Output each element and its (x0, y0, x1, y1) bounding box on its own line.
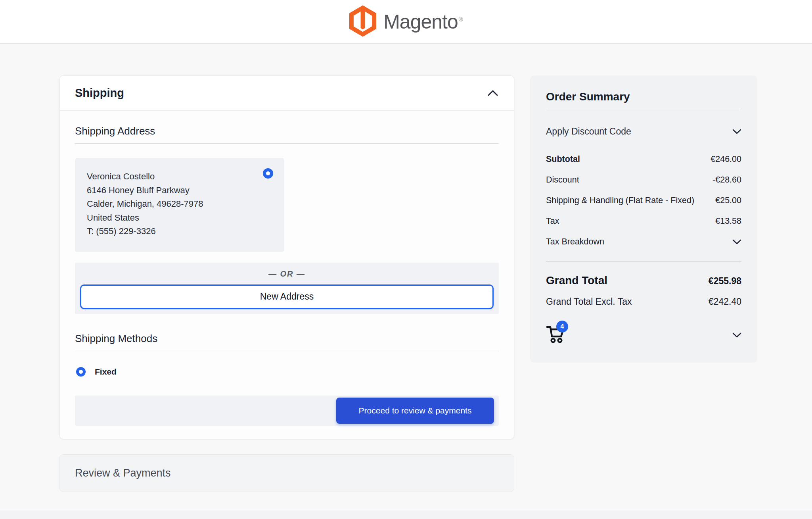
subtotal-label: Subtotal (546, 154, 580, 164)
tax-breakdown-label: Tax Breakdown (546, 237, 604, 247)
discount-label: Discount (546, 175, 579, 185)
logo-wordmark: Magento® (383, 12, 463, 32)
grand-total-excl-row: Grand Total Excl. Tax €242.40 (546, 296, 741, 307)
method-fixed-radio[interactable] (76, 367, 86, 377)
chevron-down-icon[interactable] (732, 129, 741, 134)
chevron-down-icon[interactable] (732, 239, 741, 244)
grand-total-label: Grand Total (546, 274, 607, 287)
order-summary-sidebar: Order Summary Apply Discount Code Subtot… (530, 75, 757, 363)
shipping-handling-label: Shipping & Handling (Flat Rate - Fixed) (546, 196, 694, 206)
page-footer (0, 510, 812, 519)
proceed-to-review-button[interactable]: Proceed to review & payments (336, 398, 494, 424)
shipping-step-card: Shipping Shipping Address Veronica Coste… (59, 75, 514, 439)
shipping-address-tile[interactable]: Veronica Costello 6146 Honey Bluff Parkw… (75, 158, 284, 252)
totals-table: Subtotal €246.00 Discount -€28.60 Shippi… (546, 154, 741, 247)
discount-row: Discount -€28.60 (546, 175, 741, 185)
shipping-step-title: Shipping (75, 86, 124, 100)
summary-divider (546, 261, 741, 261)
new-address-button[interactable]: New Address (80, 284, 494, 309)
order-summary-title: Order Summary (546, 90, 741, 110)
cart-count-badge: 4 (556, 321, 568, 333)
shipping-methods-title: Shipping Methods (75, 333, 499, 351)
checkout-main-column: Shipping Shipping Address Veronica Coste… (59, 75, 514, 492)
or-divider: — OR — (80, 269, 494, 279)
grand-total-excl-label: Grand Total Excl. Tax (546, 296, 632, 307)
address-city-line: Calder, Michigan, 49628-7978 (87, 197, 273, 211)
shipping-method-fixed-row[interactable]: Fixed (75, 367, 499, 377)
apply-discount-toggle[interactable]: Apply Discount Code (546, 126, 741, 137)
cart-icon-wrap[interactable]: 4 (546, 324, 570, 346)
shipping-step-body: Shipping Address Veronica Costello 6146 … (60, 111, 514, 439)
tax-label: Tax (546, 216, 559, 226)
method-fixed-label: Fixed (95, 367, 117, 377)
address-selected-radio[interactable] (263, 168, 273, 179)
address-street: 6146 Honey Bluff Parkway (87, 184, 273, 198)
cart-items-toggle[interactable]: 4 (546, 324, 741, 346)
tax-row: Tax €13.58 (546, 216, 741, 226)
shipping-step-header[interactable]: Shipping (60, 76, 514, 111)
address-country: United States (87, 211, 273, 225)
review-payments-title: Review & Payments (75, 467, 499, 479)
radio-dot (79, 370, 83, 374)
grand-total-excl-value: €242.40 (709, 296, 741, 307)
apply-discount-label: Apply Discount Code (546, 126, 631, 137)
checkout-content: Shipping Shipping Address Veronica Coste… (0, 44, 812, 492)
magento-logo[interactable]: Magento® (349, 5, 463, 38)
order-summary-card: Order Summary Apply Discount Code Subtot… (530, 75, 757, 363)
discount-value: -€28.60 (712, 175, 741, 185)
chevron-down-icon[interactable] (732, 333, 741, 338)
subtotal-row: Subtotal €246.00 (546, 154, 741, 164)
shipping-handling-row: Shipping & Handling (Flat Rate - Fixed) … (546, 196, 741, 206)
address-name: Veronica Costello (87, 170, 273, 184)
shopping-cart-icon (546, 338, 567, 345)
review-payments-step[interactable]: Review & Payments (59, 454, 514, 492)
new-address-block: — OR — New Address (75, 263, 499, 314)
tax-value: €13.58 (715, 216, 741, 226)
subtotal-value: €246.00 (710, 154, 741, 164)
shipping-address-title: Shipping Address (75, 125, 499, 144)
tax-breakdown-toggle[interactable]: Tax Breakdown (546, 237, 741, 247)
grand-total-row: Grand Total €255.98 (546, 274, 741, 287)
radio-dot (266, 171, 270, 175)
chevron-up-icon[interactable] (488, 90, 498, 96)
registered-mark: ® (459, 16, 463, 23)
proceed-strip: Proceed to review & payments (75, 396, 499, 426)
site-header: Magento® (0, 0, 812, 44)
address-phone: T: (555) 229-3326 (87, 225, 273, 238)
shipping-handling-value: €25.00 (715, 196, 741, 206)
grand-total-value: €255.98 (709, 276, 741, 286)
magento-logo-icon (349, 5, 376, 38)
